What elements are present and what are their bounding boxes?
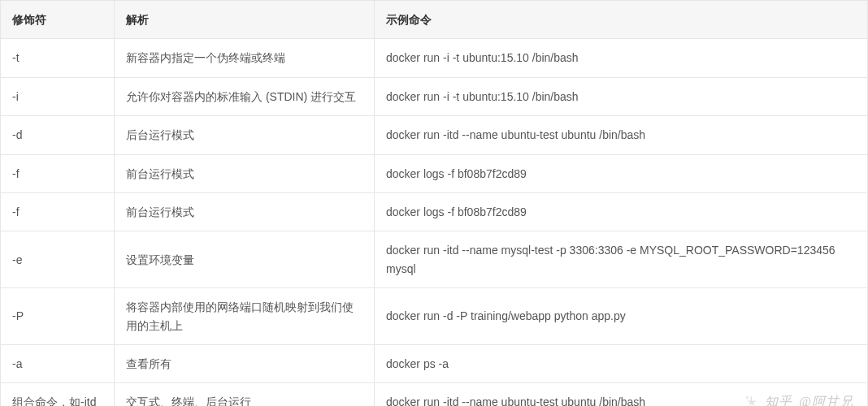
- cell-cmd: docker ps -a: [375, 344, 868, 382]
- table-header: 修饰符 解析 示例命令: [1, 1, 868, 39]
- table-row: -i允许你对容器内的标准输入 (STDIN) 进行交互docker run -i…: [1, 77, 868, 115]
- table-row: -d后台运行模式docker run -itd --name ubuntu-te…: [1, 116, 868, 154]
- docker-flags-table: 修饰符 解析 示例命令 -t新容器内指定一个伪终端或终端docker run -…: [0, 0, 868, 406]
- cell-cmd: docker run -itd --name ubuntu-test ubunt…: [375, 383, 868, 406]
- cell-cmd: docker run -i -t ubuntu:15.10 /bin/bash: [375, 77, 868, 115]
- cell-cmd: docker logs -f bf08b7f2cd89: [375, 192, 868, 231]
- cell-flag: -P: [1, 288, 115, 345]
- table-row: -P将容器内部使用的网络端口随机映射到我们使用的主机上docker run -d…: [1, 288, 868, 345]
- cell-desc: 新容器内指定一个伪终端或终端: [115, 39, 375, 77]
- cell-desc: 交互式、终端、后台运行: [115, 383, 375, 406]
- cell-desc: 允许你对容器内的标准输入 (STDIN) 进行交互: [115, 77, 375, 115]
- col-header-desc: 解析: [115, 1, 375, 39]
- cell-desc: 前台运行模式: [115, 192, 375, 231]
- cell-desc: 后台运行模式: [115, 116, 375, 154]
- cell-desc: 查看所有: [115, 344, 375, 382]
- cell-flag: -f: [1, 154, 115, 192]
- table-row: 组合命令，如-itd交互式、终端、后台运行docker run -itd --n…: [1, 383, 868, 406]
- cell-cmd: docker run -itd --name mysql-test -p 330…: [375, 231, 868, 288]
- cell-flag: -f: [1, 192, 115, 231]
- table-row: -f前台运行模式docker logs -f bf08b7f2cd89: [1, 192, 868, 231]
- cell-cmd: docker run -itd --name ubuntu-test ubunt…: [375, 116, 868, 154]
- col-header-flag: 修饰符: [1, 1, 115, 39]
- cell-desc: 前台运行模式: [115, 154, 375, 192]
- cell-flag: -t: [1, 39, 115, 77]
- table-row: -f前台运行模式docker logs -f bf08b7f2cd89: [1, 154, 868, 192]
- cell-desc: 设置环境变量: [115, 231, 375, 288]
- cell-cmd: docker logs -f bf08b7f2cd89: [375, 154, 868, 192]
- cell-cmd: docker run -i -t ubuntu:15.10 /bin/bash: [375, 39, 868, 77]
- cell-cmd: docker run -d -P training/webapp python …: [375, 288, 868, 345]
- table-row: -t新容器内指定一个伪终端或终端docker run -i -t ubuntu:…: [1, 39, 868, 77]
- cell-flag: -i: [1, 77, 115, 115]
- cell-flag: 组合命令，如-itd: [1, 383, 115, 406]
- cell-flag: -a: [1, 344, 115, 382]
- table-row: -e设置环境变量docker run -itd --name mysql-tes…: [1, 231, 868, 288]
- cell-flag: -e: [1, 231, 115, 288]
- cell-desc: 将容器内部使用的网络端口随机映射到我们使用的主机上: [115, 288, 375, 345]
- col-header-cmd: 示例命令: [375, 1, 868, 39]
- table-body: -t新容器内指定一个伪终端或终端docker run -i -t ubuntu:…: [1, 39, 868, 406]
- table-row: -a查看所有docker ps -a: [1, 344, 868, 382]
- cell-flag: -d: [1, 116, 115, 154]
